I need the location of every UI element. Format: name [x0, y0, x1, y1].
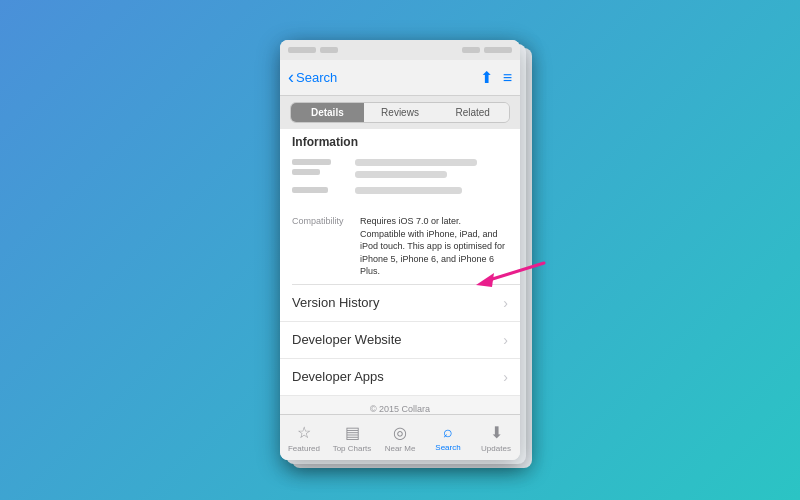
blur-label-1	[292, 159, 331, 165]
featured-label: Featured	[288, 444, 320, 453]
version-history-label: Version History	[292, 295, 503, 310]
tab-featured[interactable]: ☆ Featured	[280, 423, 328, 453]
tab-reviews[interactable]: Reviews	[364, 103, 437, 122]
blur-val-3	[355, 187, 462, 194]
segment-control: Details Reviews Related	[280, 96, 520, 129]
phone-stack: ‹ Search ⬆ ≡ Details Reviews Related Inf…	[280, 40, 520, 460]
updates-label: Updates	[481, 444, 511, 453]
status-battery	[484, 47, 512, 53]
status-carrier	[320, 47, 338, 53]
version-history-chevron-icon: ›	[503, 295, 508, 311]
developer-apps-row[interactable]: Developer Apps ›	[280, 359, 520, 396]
blur-val-2	[355, 171, 447, 178]
info-content	[280, 153, 520, 209]
developer-apps-label: Developer Apps	[292, 369, 503, 384]
content-area: Information	[280, 129, 520, 414]
share-icon[interactable]: ⬆	[480, 68, 493, 87]
section-information-header: Information	[280, 129, 520, 153]
info-row-1	[292, 159, 508, 183]
near-me-label: Near Me	[385, 444, 416, 453]
footer: © 2015 Collara	[280, 396, 520, 414]
blur-val-1	[355, 159, 477, 166]
tab-top-charts[interactable]: ▤ Top Charts	[328, 423, 376, 453]
status-bar	[280, 40, 520, 60]
list-icon[interactable]: ≡	[503, 69, 512, 87]
segment-inner: Details Reviews Related	[290, 102, 510, 123]
developer-website-row[interactable]: Developer Website ›	[280, 322, 520, 359]
status-bar-left	[288, 47, 338, 53]
info-label-col-1	[292, 159, 347, 183]
blur-label-2	[292, 169, 320, 175]
nav-actions: ⬆ ≡	[480, 68, 512, 87]
updates-icon: ⬇	[490, 423, 503, 442]
developer-website-chevron-icon: ›	[503, 332, 508, 348]
top-charts-icon: ▤	[345, 423, 360, 442]
info-row-2	[292, 187, 508, 199]
nav-bar: ‹ Search ⬆ ≡	[280, 60, 520, 96]
featured-icon: ☆	[297, 423, 311, 442]
compat-text: Requires iOS 7.0 or later. Compatible wi…	[360, 215, 508, 278]
info-label-col-2	[292, 187, 347, 199]
developer-website-label: Developer Website	[292, 332, 503, 347]
search-label: Search	[435, 443, 460, 452]
status-bar-right	[462, 47, 512, 53]
tab-near-me[interactable]: ◎ Near Me	[376, 423, 424, 453]
compat-label: Compatibility	[292, 215, 352, 278]
info-value-col-2	[355, 187, 508, 199]
tab-related[interactable]: Related	[436, 103, 509, 122]
back-button[interactable]: ‹ Search	[288, 67, 337, 88]
tab-details[interactable]: Details	[291, 103, 364, 122]
phone-main: ‹ Search ⬆ ≡ Details Reviews Related Inf…	[280, 40, 520, 460]
status-time	[288, 47, 316, 53]
developer-apps-chevron-icon: ›	[503, 369, 508, 385]
tab-bar: ☆ Featured ▤ Top Charts ◎ Near Me ⌕ Sear…	[280, 414, 520, 460]
version-history-row[interactable]: Version History ›	[280, 285, 520, 322]
near-me-icon: ◎	[393, 423, 407, 442]
blur-label-3	[292, 187, 328, 193]
tab-updates[interactable]: ⬇ Updates	[472, 423, 520, 453]
top-charts-label: Top Charts	[333, 444, 372, 453]
info-value-col-1	[355, 159, 508, 183]
search-icon: ⌕	[443, 423, 453, 441]
back-label: Search	[296, 70, 337, 85]
status-signal	[462, 47, 480, 53]
compatibility-row: Compatibility Requires iOS 7.0 or later.…	[280, 209, 520, 284]
back-chevron-icon: ‹	[288, 67, 294, 88]
tab-search[interactable]: ⌕ Search	[424, 423, 472, 452]
